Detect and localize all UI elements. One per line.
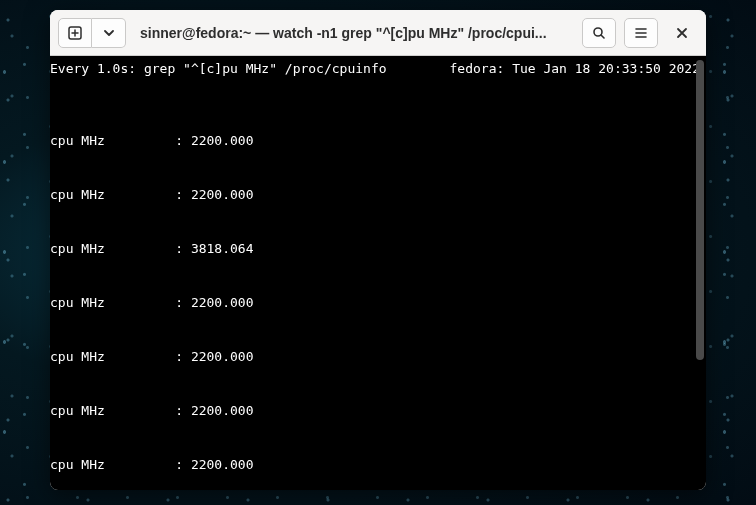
- close-icon: [676, 27, 688, 39]
- chevron-down-icon: [104, 28, 114, 38]
- cpu-line: cpu MHz : 2200.000: [50, 132, 706, 150]
- search-button[interactable]: [582, 18, 616, 48]
- cpu-line: cpu MHz : 2200.000: [50, 186, 706, 204]
- window-title: sinner@fedora:~ — watch -n1 grep "^[c]pu…: [134, 25, 574, 41]
- menu-button[interactable]: [624, 18, 658, 48]
- tab-button-group: [58, 18, 126, 48]
- tab-menu-button[interactable]: [92, 18, 126, 48]
- cpu-line: cpu MHz : 2200.000: [50, 294, 706, 312]
- terminal-content[interactable]: Every 1.0s: grep "^[c]pu MHz" /proc/cpui…: [50, 56, 706, 490]
- terminal-window: sinner@fedora:~ — watch -n1 grep "^[c]pu…: [50, 10, 706, 490]
- watch-header: Every 1.0s: grep "^[c]pu MHz" /proc/cpui…: [50, 60, 706, 78]
- search-icon: [592, 26, 606, 40]
- cpu-line: cpu MHz : 2200.000: [50, 348, 706, 366]
- plus-icon: [68, 26, 82, 40]
- cpu-line: cpu MHz : 3818.064: [50, 240, 706, 258]
- scrollbar-thumb[interactable]: [696, 60, 704, 360]
- cpu-line: cpu MHz : 2200.000: [50, 456, 706, 474]
- titlebar: sinner@fedora:~ — watch -n1 grep "^[c]pu…: [50, 10, 706, 56]
- cpu-line: cpu MHz : 2200.000: [50, 402, 706, 420]
- new-tab-button[interactable]: [58, 18, 92, 48]
- hamburger-icon: [634, 26, 648, 40]
- close-button[interactable]: [666, 18, 698, 48]
- terminal-output: cpu MHz : 2200.000 cpu MHz : 2200.000 cp…: [50, 96, 706, 490]
- watch-command: Every 1.0s: grep "^[c]pu MHz" /proc/cpui…: [50, 60, 387, 78]
- watch-timestamp: fedora: Tue Jan 18 20:33:50 2022: [450, 60, 700, 78]
